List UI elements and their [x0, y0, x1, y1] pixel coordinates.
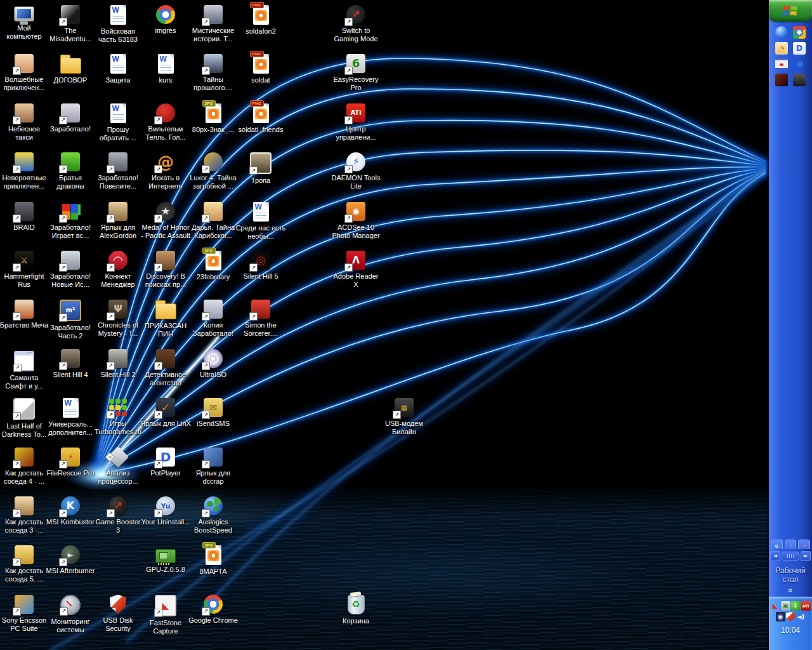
- desktop-icon[interactable]: kurs: [141, 54, 190, 84]
- desktop-icon[interactable]: Yu ↗ Your Uninstall...: [141, 496, 190, 526]
- desktop-icon[interactable]: ↗ Небесное такси: [0, 103, 48, 142]
- desktop-icon[interactable]: ↗ Саманта Свифт и у...: [0, 349, 48, 390]
- desktop-icon[interactable]: ⚡ ↗ FileRescue Pro: [46, 448, 95, 477]
- desktop-icon[interactable]: JPG 23february: [189, 251, 237, 281]
- desktop-icon[interactable]: ↗ Как достать соседа 5. ...: [0, 545, 48, 583]
- desktop-icon[interactable]: ↗ Discovery! В поисках пр...: [141, 251, 190, 289]
- desktop-icon[interactable]: ↗ Мониторинг системы: [46, 595, 95, 634]
- desktop-icon[interactable]: K ↗ MSI Kombustor: [46, 496, 95, 526]
- scroll-track[interactable]: [782, 552, 799, 560]
- desktop-icon[interactable]: ↗ Заработало! Новые Ис...: [46, 251, 95, 289]
- desktop-icon[interactable]: ↗ Заработало! Играет вс...: [46, 202, 95, 240]
- desktop-icon[interactable]: ↗ Игры Turbogames.ru: [94, 398, 142, 436]
- desktop-icon[interactable]: ATi ↗ Центр управлени...: [332, 103, 380, 142]
- photo-thumbnail-red-icon[interactable]: [775, 74, 788, 86]
- desktop-icon[interactable]: ДОГОВОР: [46, 54, 95, 84]
- desktop-icon[interactable]: Λ ↗ Adobe Reader X: [332, 251, 380, 289]
- desktop-icon[interactable]: PNG soldafon2: [237, 5, 285, 36]
- desktop-icon[interactable]: GPU-Z.0.5.8: [141, 545, 190, 574]
- floppy-save-icon[interactable]: ≡: [775, 58, 788, 70]
- desktop-icon[interactable]: ↗ Silent Hill 4: [46, 349, 95, 379]
- volume-icon[interactable]: ◄): [796, 612, 806, 621]
- desktop-icon[interactable]: ↗ ↗ Game Booster 3: [94, 496, 142, 534]
- photo-thumbnail-dark-icon[interactable]: [793, 74, 806, 86]
- desktop-icon[interactable]: ↗ The Misadventu...: [46, 5, 95, 43]
- desktop-icon[interactable]: ↗ Auslogics BoostSpeed: [189, 496, 237, 534]
- desktop-icon[interactable]: ↗ UltraISO: [189, 349, 237, 379]
- desktop-icon[interactable]: @ ↗ Искать в Интернете: [141, 152, 190, 190]
- desktop-icon[interactable]: JPG 80px-Знак_...: [189, 103, 237, 134]
- desktop-icon[interactable]: ↗ Тропа: [237, 152, 285, 185]
- desktop-icon[interactable]: ⚔ ↗ Hammerfight Rus: [0, 251, 48, 289]
- desktop-icon[interactable]: ↗ Ярлык для AlexGordon: [94, 202, 142, 240]
- desktop-toolbar-button-red[interactable]: •: [798, 540, 810, 549]
- desktop-icon[interactable]: ↗ Невероятные приключен...: [0, 152, 48, 190]
- desktop-icon[interactable]: ↗ Анализ процессор...: [94, 448, 142, 486]
- desktop-icon[interactable]: ↗ Копия Заработало!: [189, 300, 237, 338]
- desktop-icon[interactable]: ◠ ↗ Коннект Менеджер: [94, 251, 142, 289]
- desktop-icon[interactable]: ↗ Silent Hill 2: [94, 349, 142, 379]
- desktop-icon[interactable]: ↗ Братья драконы: [46, 152, 95, 190]
- download-manager-icon[interactable]: ↓: [791, 601, 801, 611]
- desktop-icon[interactable]: ↗ Sony Ericsson PC Suite: [0, 595, 48, 633]
- desktop-icon[interactable]: ↗ BRAID: [0, 202, 48, 232]
- desktop-icon[interactable]: Войсковая часть 63183: [94, 5, 142, 44]
- msi-afterburner-tray-icon[interactable]: ◣: [771, 601, 780, 611]
- mail-clock-icon[interactable]: ◔: [775, 42, 788, 55]
- desktop-icon[interactable]: ↗ Как достать соседа 3 -...: [0, 496, 48, 534]
- start-button[interactable]: [769, 0, 812, 22]
- desktop-icon[interactable]: ↗ Simon the Sorcerer....: [237, 300, 285, 338]
- desktop-icon[interactable]: ↗ Заработало! Повелите...: [94, 152, 142, 190]
- chrome-quick-icon[interactable]: [793, 26, 806, 39]
- desktop-icon[interactable]: ↗ Братство Меча: [0, 300, 48, 329]
- desktop-icon[interactable]: Мой компьютер: [0, 5, 48, 41]
- desktop-icon[interactable]: PNG soldati_friends: [237, 103, 285, 134]
- internet-globe-icon[interactable]: [775, 26, 788, 39]
- desktop-icon[interactable]: JPG 8МАРТА: [189, 545, 237, 576]
- desktop-icon[interactable]: ↗ Как достать соседа 4 - ...: [0, 448, 48, 486]
- desktop-icon[interactable]: imgres: [141, 5, 190, 35]
- desktop-icon[interactable]: ↗ Luxor 4. Тайна загробной ...: [189, 152, 237, 190]
- desktop-icon[interactable]: ↗ Мистические истории. Т...: [189, 5, 237, 43]
- desktop-icon[interactable]: ПРИКАЗСАН ПИН: [141, 300, 190, 338]
- desktop-icon[interactable]: ◉ ↗ ACDSee 10 Photo Manager: [332, 202, 380, 240]
- network-status-icon[interactable]: ▣: [781, 601, 790, 611]
- desktop-icon[interactable]: Прошу обратить ...: [94, 103, 142, 142]
- desktop-icon[interactable]: 6 ↗ EasyRecovery Pro: [332, 54, 380, 92]
- desktop-icon[interactable]: ↗ Last Half of Darkness To...: [0, 398, 48, 439]
- scroll-thumb[interactable]: [782, 552, 799, 560]
- desktop-icon[interactable]: ★ ↗ Medal of Honor - Pacific Assault: [141, 202, 190, 240]
- scroll-right-button[interactable]: ►: [801, 551, 811, 561]
- ati-tray-icon[interactable]: ATI: [801, 601, 811, 611]
- desktop-icon[interactable]: ► ↗ MSI Afterburner: [46, 545, 95, 575]
- desktop-icon[interactable]: ≡ ↗ USB-модем Билайн: [380, 398, 428, 436]
- desktop-icon[interactable]: PNG soldat: [237, 54, 285, 84]
- desktop-icon[interactable]: ↗ Дарья. Тайна Карибског...: [189, 202, 237, 240]
- desktop-icon[interactable]: ↗ ↗ Switch to Gaming Mode: [332, 5, 380, 43]
- desktop-icon[interactable]: ↗ Детективное агентство: [141, 349, 190, 387]
- desktop-icon[interactable]: Универсаль... дополнител...: [46, 398, 95, 437]
- eye-monitor-icon[interactable]: ◉: [776, 612, 785, 621]
- desktop-toolbar-button-app[interactable]: ◦: [785, 540, 797, 549]
- usb-disk-security-tray-icon[interactable]: [786, 612, 796, 621]
- scroll-left-button[interactable]: ◄: [770, 551, 780, 561]
- collapse-chevron-icon[interactable]: »: [769, 584, 812, 597]
- desktop-icon[interactable]: ◎ ↗ Silent Hill 5: [237, 251, 285, 281]
- internet-explorer-icon[interactable]: e: [793, 58, 806, 70]
- desktop-icon[interactable]: D ↗ PotPlayer: [141, 448, 190, 477]
- desktop-icon[interactable]: Ψ ↗ Chronicles of Mystery - T...: [94, 300, 142, 338]
- desktop-icon[interactable]: ✓ ↗ Ярлык для LinX: [141, 398, 190, 428]
- desktop-icon[interactable]: ↗ Google Chrome: [189, 595, 237, 625]
- potplayer-quick-icon[interactable]: D: [793, 42, 806, 55]
- desktop-toolbar-button-ie[interactable]: e: [771, 540, 783, 549]
- desktop-icon[interactable]: m² ↗ Заработало! Часть 2: [46, 300, 95, 340]
- desktop-icon[interactable]: ↗ Волшебные приключен...: [0, 54, 48, 92]
- desktop-icon[interactable]: Защита: [94, 54, 142, 84]
- desktop-icon[interactable]: ↗ USB Disk Security: [94, 595, 142, 633]
- desktop-icon[interactable]: Корзина: [332, 595, 380, 625]
- desktop-icon[interactable]: ↗ Тайны прошлого....: [189, 54, 237, 92]
- desktop-icon[interactable]: ↗ Заработало!: [46, 103, 95, 133]
- desktop-icon[interactable]: ◣ ↗ FastStone Capture: [141, 595, 190, 635]
- desktop-icon[interactable]: Среди нас есть необы...: [237, 202, 285, 241]
- desktop-icon[interactable]: ✉ ↗ iSendSMS: [189, 398, 237, 428]
